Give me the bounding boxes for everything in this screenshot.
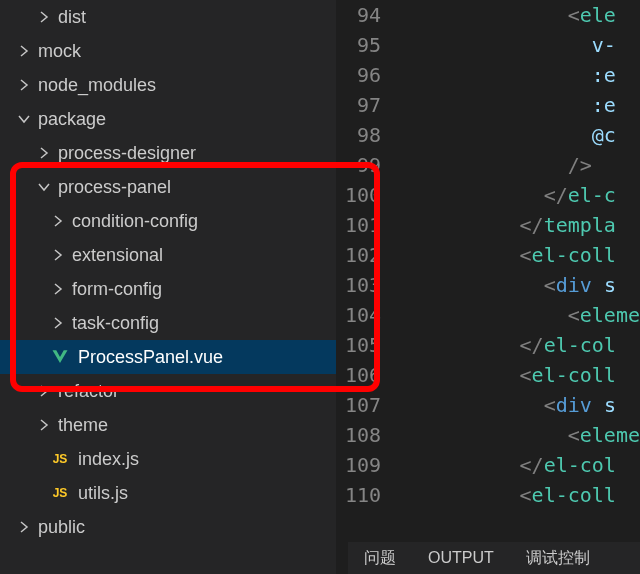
folder-label: process-designer	[58, 143, 336, 164]
line-number: 109	[337, 450, 399, 480]
line-number: 99	[337, 150, 399, 180]
folder-process-panel[interactable]: process-panel	[0, 170, 336, 204]
chevron-right-icon	[36, 383, 52, 399]
chevron-down-icon	[16, 111, 32, 127]
folder-task-config[interactable]: task-config	[0, 306, 336, 340]
folder-label: process-panel	[58, 177, 336, 198]
line-number: 103	[337, 270, 399, 300]
line-number: 105	[337, 330, 399, 360]
folder-extensional[interactable]: extensional	[0, 238, 336, 272]
line-number: 101	[337, 210, 399, 240]
folder-refactor[interactable]: refactor	[0, 374, 336, 408]
folder-label: mock	[38, 41, 336, 62]
folder-label: public	[38, 517, 336, 538]
line-number: 94	[337, 0, 399, 30]
line-number: 97	[337, 90, 399, 120]
chevron-right-icon	[36, 9, 52, 25]
file-explorer: dist mock node_modules package process-d…	[0, 0, 336, 574]
folder-label: form-config	[72, 279, 336, 300]
chevron-right-icon	[36, 145, 52, 161]
line-number: 102	[337, 240, 399, 270]
folder-public[interactable]: public	[0, 510, 336, 544]
folder-form-config[interactable]: form-config	[0, 272, 336, 306]
tab-problems[interactable]: 问题	[348, 542, 412, 574]
folder-theme[interactable]: theme	[0, 408, 336, 442]
file-label: index.js	[78, 449, 336, 470]
chevron-right-icon	[50, 281, 66, 297]
line-number: 104	[337, 300, 399, 330]
folder-label: task-config	[72, 313, 336, 334]
line-number: 107	[337, 390, 399, 420]
code-editor[interactable]: 94 95 96 97 98 99 100 101 102 103 104 10…	[336, 0, 640, 574]
line-number: 110	[337, 480, 399, 510]
folder-condition-config[interactable]: condition-config	[0, 204, 336, 238]
line-number: 100	[337, 180, 399, 210]
chevron-right-icon	[50, 213, 66, 229]
folder-label: condition-config	[72, 211, 336, 232]
folder-label: refactor	[58, 381, 336, 402]
file-utils-js[interactable]: JS utils.js	[0, 476, 336, 510]
vue-icon	[50, 347, 70, 367]
file-label: utils.js	[78, 483, 336, 504]
folder-node-modules[interactable]: node_modules	[0, 68, 336, 102]
line-number: 95	[337, 30, 399, 60]
js-icon: JS	[50, 483, 70, 503]
chevron-right-icon	[16, 519, 32, 535]
folder-label: extensional	[72, 245, 336, 266]
folder-label: node_modules	[38, 75, 336, 96]
folder-mock[interactable]: mock	[0, 34, 336, 68]
file-process-panel-vue[interactable]: ProcessPanel.vue	[0, 340, 336, 374]
tab-debug[interactable]: 调试控制	[510, 542, 606, 574]
line-number: 108	[337, 420, 399, 450]
folder-package[interactable]: package	[0, 102, 336, 136]
line-number: 98	[337, 120, 399, 150]
line-number: 96	[337, 60, 399, 90]
chevron-down-icon	[36, 179, 52, 195]
panel-tabs: 问题 OUTPUT 调试控制	[348, 542, 640, 574]
folder-process-designer[interactable]: process-designer	[0, 136, 336, 170]
line-number: 106	[337, 360, 399, 390]
chevron-right-icon	[16, 77, 32, 93]
js-icon: JS	[50, 449, 70, 469]
folder-dist[interactable]: dist	[0, 0, 336, 34]
chevron-right-icon	[50, 315, 66, 331]
folder-label: theme	[58, 415, 336, 436]
folder-label: dist	[58, 7, 336, 28]
folder-label: package	[38, 109, 336, 130]
chevron-right-icon	[36, 417, 52, 433]
tab-output[interactable]: OUTPUT	[412, 542, 510, 574]
file-index-js[interactable]: JS index.js	[0, 442, 336, 476]
chevron-right-icon	[50, 247, 66, 263]
file-label: ProcessPanel.vue	[78, 347, 336, 368]
line-gutter: 94 95 96 97 98 99 100 101 102 103 104 10…	[337, 0, 399, 574]
chevron-right-icon	[16, 43, 32, 59]
code-content[interactable]: <ele v- :e :e @c /> </el-c </templa <el-…	[399, 0, 640, 574]
